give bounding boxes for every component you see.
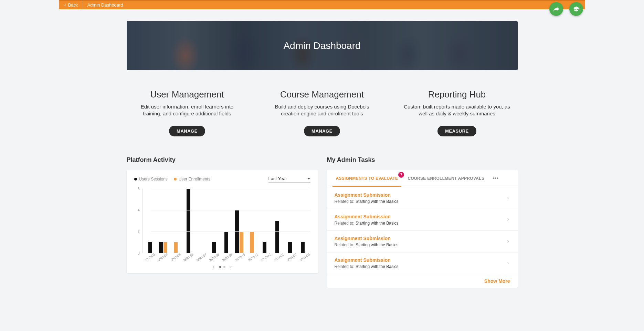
tab-more[interactable]: •••	[489, 170, 502, 187]
chevron-right-icon	[506, 261, 510, 265]
legend-users-sessions: Users Sessions	[134, 177, 168, 182]
more-icon: •••	[493, 175, 498, 181]
bar-group	[182, 189, 195, 253]
bar-group	[245, 189, 258, 253]
task-info: Assignment SubmissionRelated to: Startin…	[335, 257, 399, 269]
hero-banner: Admin Dashboard	[127, 21, 518, 70]
y-tick: 0	[137, 251, 139, 255]
bar	[212, 242, 216, 253]
share-icon	[553, 6, 560, 12]
tab-course-approvals[interactable]: COURSE ENROLLMENT APPROVALS	[403, 170, 489, 186]
chart-area: 0246 2023-032023-042023-052023-062023-07…	[134, 189, 310, 263]
card-desc: Build and deploy courses using Docebo's …	[268, 103, 376, 117]
topbar: Back Admin Dashboard	[59, 0, 585, 9]
tasks-panel: ASSIGNMENTS TO EVALUATE 7 COURSE ENROLLM…	[327, 170, 518, 288]
task-info: Assignment SubmissionRelated to: Startin…	[335, 236, 399, 247]
task-subtitle: Related to: Starting with the Basics	[335, 264, 399, 269]
platform-activity-title: Platform Activity	[127, 156, 318, 164]
back-label: Back	[68, 2, 78, 8]
pager-dot[interactable]	[223, 266, 225, 268]
manage-courses-button[interactable]: MANAGE	[304, 126, 340, 136]
legend-dot-icon	[174, 178, 177, 180]
task-title: Assignment Submission	[335, 214, 399, 219]
share-button[interactable]	[549, 2, 563, 16]
task-list: Assignment SubmissionRelated to: Startin…	[327, 187, 518, 274]
bar	[163, 242, 167, 253]
bar-group	[157, 189, 169, 253]
task-item[interactable]: Assignment SubmissionRelated to: Startin…	[327, 231, 518, 252]
task-subtitle: Related to: Starting with the Basics	[335, 242, 399, 247]
task-info: Assignment SubmissionRelated to: Startin…	[335, 214, 399, 226]
bar-group	[284, 189, 296, 253]
bar	[174, 242, 178, 253]
breadcrumb: Admin Dashboard	[82, 2, 128, 8]
manage-users-button[interactable]: MANAGE	[169, 126, 205, 136]
bar	[187, 189, 190, 253]
gridline	[151, 210, 310, 210]
bar	[240, 231, 243, 253]
bar-group	[208, 189, 220, 253]
legend-label: Users Sessions	[139, 177, 168, 182]
task-title: Assignment Submission	[335, 257, 399, 263]
admin-tasks-title: My Admin Tasks	[327, 156, 518, 164]
bar-group	[195, 189, 208, 253]
gridline	[151, 189, 310, 189]
legend-user-enrollments: User Enrollments	[174, 177, 210, 182]
bar	[288, 242, 292, 253]
tab-assignments-evaluate[interactable]: ASSIGNMENTS TO EVALUATE 7	[331, 170, 403, 186]
y-tick: 4	[137, 208, 139, 212]
task-title: Assignment Submission	[335, 236, 399, 241]
bar	[159, 242, 163, 253]
task-tabs: ASSIGNMENTS TO EVALUATE 7 COURSE ENROLLM…	[327, 170, 518, 187]
pager-next[interactable]	[229, 265, 233, 269]
bar	[148, 242, 152, 253]
chevron-right-icon	[229, 265, 233, 269]
show-more-link[interactable]: Show More	[327, 274, 518, 288]
back-button[interactable]: Back	[59, 1, 83, 9]
task-item[interactable]: Assignment SubmissionRelated to: Startin…	[327, 252, 518, 274]
float-actions	[549, 2, 583, 16]
bar-group	[144, 189, 157, 253]
chevron-right-icon	[506, 218, 510, 222]
card-title: User Management	[134, 89, 241, 100]
learn-button[interactable]	[569, 2, 583, 16]
task-title: Assignment Submission	[335, 192, 399, 198]
bar-group	[220, 189, 233, 253]
chevron-right-icon	[506, 196, 510, 200]
bar-group	[296, 189, 309, 253]
graduation-cap-icon	[573, 6, 580, 12]
bar-group	[233, 189, 245, 253]
pager-dot[interactable]	[219, 266, 221, 268]
gridline	[151, 231, 310, 232]
bar	[275, 221, 279, 253]
card-desc: Custom built reports made available to y…	[403, 103, 511, 117]
pager-dots	[219, 266, 225, 268]
time-range-select[interactable]: Last Year	[268, 176, 310, 183]
bar	[224, 231, 228, 253]
bar-group	[169, 189, 182, 253]
card-title: Course Management	[268, 89, 376, 100]
task-item[interactable]: Assignment SubmissionRelated to: Startin…	[327, 187, 518, 209]
bar-group	[271, 189, 284, 253]
y-tick: 6	[137, 187, 139, 191]
feature-cards: User Management Edit user information, e…	[127, 89, 518, 136]
task-item[interactable]: Assignment SubmissionRelated to: Startin…	[327, 209, 518, 231]
task-subtitle: Related to: Starting with the Basics	[335, 221, 399, 226]
legend-label: User Enrollments	[179, 177, 210, 182]
chevron-left-icon	[63, 3, 67, 7]
bar-group	[258, 189, 271, 253]
card-reporting-hub: Reporting Hub Custom built reports made …	[397, 89, 518, 136]
platform-activity-section: Platform Activity Users Sessions User En…	[127, 156, 318, 288]
card-user-management: User Management Edit user information, e…	[127, 89, 248, 136]
y-tick: 2	[137, 229, 139, 234]
card-desc: Edit user information, enroll learners i…	[134, 103, 241, 117]
tab-label: ASSIGNMENTS TO EVALUATE	[336, 176, 398, 181]
measure-button[interactable]: MEASURE	[437, 126, 476, 136]
bar	[263, 242, 266, 253]
chart-legend: Users Sessions User Enrollments	[134, 177, 210, 182]
task-info: Assignment SubmissionRelated to: Startin…	[335, 192, 399, 204]
chart-panel: Users Sessions User Enrollments Last Yea…	[127, 170, 318, 273]
bar	[301, 242, 305, 253]
chevron-down-icon	[307, 178, 310, 179]
bar	[250, 231, 254, 253]
